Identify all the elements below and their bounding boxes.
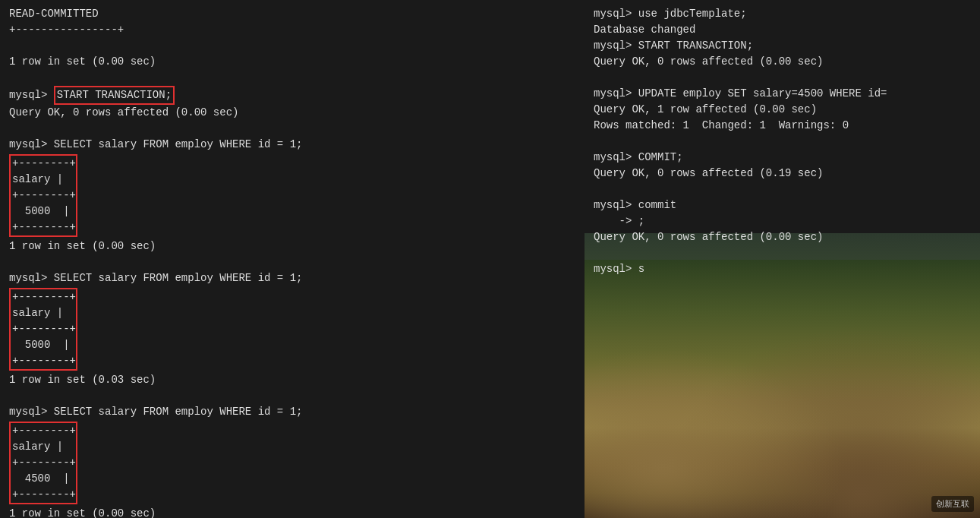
landscape-background [585, 260, 980, 518]
right-line-s: mysql> s [594, 261, 971, 277]
left-start-transaction: mysql> START TRANSACTION; [9, 86, 575, 105]
left-line-query-ok-0: Query OK, 0 rows affected (0.00 sec) [9, 105, 575, 121]
left-line-divider1: +----------------+ [9, 22, 575, 38]
right-line-rows-matched: Rows matched: 1 Changed: 1 Warnings: 0 [594, 118, 971, 134]
left-terminal: READ-COMMITTED +----------------+ 1 row … [0, 0, 585, 518]
right-line-query-ok-4: Query OK, 0 rows affected (0.00 sec) [594, 229, 971, 245]
right-line-db-changed: Database changed [594, 22, 971, 38]
left-line-rowset4: 1 row in set (0.00 sec) [9, 506, 575, 518]
right-line-start-txn: mysql> START TRANSACTION; [594, 38, 971, 54]
table-result-1: +--------+ salary | +--------+ 5000 | +-… [9, 154, 77, 237]
left-select-3: mysql> SELECT salary FROM employ WHERE i… [9, 404, 575, 420]
right-line-arrow: -> ; [594, 213, 971, 229]
left-select-1: mysql> SELECT salary FROM employ WHERE i… [9, 137, 575, 153]
left-line-rowset3: 1 row in set (0.03 sec) [9, 372, 575, 388]
table-result-2: +--------+ salary | +--------+ 5000 | +-… [9, 288, 77, 371]
left-line-read-committed: READ-COMMITTED [9, 6, 575, 22]
right-line-update: mysql> UPDATE employ SET salary=4500 WHE… [594, 86, 971, 102]
table-result-3: +--------+ salary | +--------+ 4500 | +-… [9, 422, 77, 504]
left-line-rowset1: 1 row in set (0.00 sec) [9, 54, 575, 70]
right-line-query-ok-2: Query OK, 1 row affected (0.00 sec) [594, 102, 971, 118]
left-select-2: mysql> SELECT salary FROM employ WHERE i… [9, 270, 575, 286]
right-line-commit2: mysql> commit [594, 197, 971, 213]
right-line-use: mysql> use jdbcTemplate; [594, 6, 971, 22]
right-line-commit1: mysql> COMMIT; [594, 150, 971, 166]
left-line-rowset2: 1 row in set (0.00 sec) [9, 238, 575, 254]
right-line-query-ok-1: Query OK, 0 rows affected (0.00 sec) [594, 54, 971, 70]
right-panel: mysql> use jdbcTemplate; Database change… [585, 0, 980, 518]
watermark: 创新互联 [931, 496, 974, 512]
right-terminal: mysql> use jdbcTemplate; Database change… [585, 0, 980, 283]
right-line-query-ok-3: Query OK, 0 rows affected (0.19 sec) [594, 166, 971, 182]
start-transaction-box: START TRANSACTION; [54, 86, 175, 105]
